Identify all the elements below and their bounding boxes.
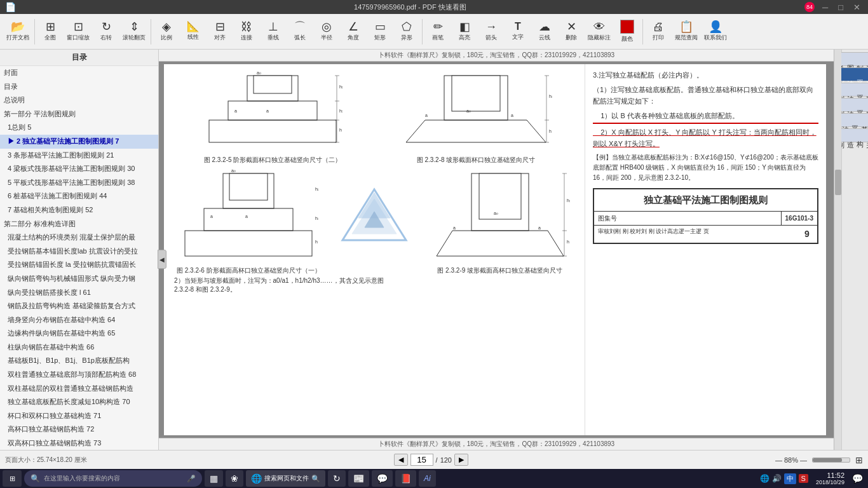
zoom-label: — 88% — [775, 456, 807, 464]
taskbar-app-6[interactable]: 📕 [395, 470, 416, 487]
sidebar-item-s6[interactable]: 钢筋及拉筋弯钩构造 基础梁箍筋复合方式 [0, 299, 158, 313]
sidebar-item-s5[interactable]: 纵向受拉钢筋搭接长度 l 61 [0, 286, 158, 300]
taskbar-search[interactable]: 🔍 在这里输入你要搜索的内容 🎤 [24, 470, 202, 487]
sidebar-item-part2[interactable]: 第二部分 标准构造详图 [0, 217, 158, 231]
rotate-icon: ↻ [102, 21, 111, 32]
sidebar-item-4[interactable]: 4 梁板式筏形基础平法施工图制图规则 30 [0, 162, 158, 176]
sidebar-item-s4[interactable]: 纵向钢筋弯钩与机械锚固形式 纵向受力钢 [0, 272, 158, 286]
tool-arc[interactable]: ⌒ 弧长 [287, 17, 313, 47]
clock-time: 11:52 [816, 471, 844, 479]
taskbar-app-5[interactable]: 💬 [372, 470, 393, 487]
badge: 84 [804, 2, 815, 12]
tool-radius[interactable]: ◎ 半径 [314, 17, 339, 47]
tool-hide-mark[interactable]: 👁 隐藏标注 [585, 17, 613, 47]
tool-align[interactable]: ⊟ 对齐 [207, 17, 233, 47]
tool-vertical[interactable]: ⊥ 垂线 [261, 17, 286, 47]
tool-rect[interactable]: ▭ 矩形 [367, 17, 393, 47]
sidebar-item-s3[interactable]: 受拉钢筋锚固长度 la 受拉钢筋抗震锚固长 [0, 258, 158, 272]
tool-delete[interactable]: ✕ 删除 [559, 17, 584, 47]
taskbar-app-4[interactable]: 📰 [348, 470, 369, 487]
tool-ratio[interactable]: ◈ 比例 [154, 17, 179, 47]
sidebar-item-s10[interactable]: 基础板B1j、B1p、B1j、B1p底板配筋构 [0, 354, 158, 368]
svg-rect-0 [209, 120, 336, 142]
sidebar-item-s2[interactable]: 受拉钢筋基本锚固长度lab 抗震设计的受拉 [0, 245, 158, 259]
tool-connect[interactable]: ⛓ 连接 [234, 17, 259, 47]
start-button[interactable]: ⊞ [3, 470, 22, 487]
browser-icon: 🌐 [251, 473, 262, 484]
tool-pen[interactable]: ✏ 画笔 [425, 17, 451, 47]
figure-2-3-2-6: a a h h₁ h₂ a₀ 图 2.3.2-6 阶形截面高杯口独立基础竖向尺寸… [174, 167, 323, 275]
hide-mark-icon: 👁 [593, 21, 605, 32]
maximize-button[interactable]: □ [836, 3, 846, 12]
window-title: 1475979965960.pdf - PDF 快速看图 [354, 3, 466, 12]
sidebar-item-part1[interactable]: 第一部分 平法制图规则 [0, 107, 158, 121]
arc-icon: ⌒ [294, 21, 306, 32]
tool-fit-all[interactable]: ⊞ 全图 [37, 17, 63, 47]
sidebar-item-s8[interactable]: 边缘构件纵向钢筋在基础中构造 65 [0, 327, 158, 341]
sidebar[interactable]: 目录 封面 目录 总说明 第一部分 平法制图规则 1总则 5 ▶ 2 独立基础平… [0, 50, 159, 450]
close-button[interactable]: ✕ [851, 3, 863, 12]
sidebar-item-desc[interactable]: 总说明 [0, 93, 158, 107]
tool-rotate[interactable]: ↻ 右转 [93, 17, 119, 47]
zoom-slider[interactable] [812, 458, 850, 463]
tool-irregular[interactable]: ⬠ 异形 [394, 17, 419, 47]
sidebar-item-6[interactable]: 6 桩基础平法施工图制图规则 44 [0, 189, 158, 203]
sidebar-item-s9[interactable]: 柱纵向钢筋在基础中构造 66 [0, 341, 158, 355]
taskbar-app-1[interactable]: ▦ [205, 470, 223, 487]
tool-print[interactable]: 🖨 打印 [646, 17, 671, 47]
sidebar-item-5[interactable]: 5 平板式筏形基础平法施工图制图规则 38 [0, 176, 158, 190]
tool-linear[interactable]: 📐 线性 [180, 17, 206, 47]
svg-text:h₂: h₂ [339, 85, 342, 89]
sidebar-item-s14[interactable]: 杯口和双杯口独立基础构造 71 [0, 409, 158, 423]
tool-scroll[interactable]: ⇕ 滚轮翻页 [120, 17, 148, 47]
nav-bar: 页面大小：25.74×18.20 厘米 ◀ / 120 ▶ — 88% — ⊞ [0, 450, 868, 469]
sidebar-item-s15[interactable]: 高杯口独立基础钢筋构造 72 [0, 423, 158, 437]
notification-icon[interactable]: 💬 [852, 473, 863, 484]
title-box-series: 图集号 16G101-3 [594, 212, 817, 226]
tool-color[interactable]: 颜色 [614, 17, 640, 47]
tool-highlight[interactable]: ◧ 高亮 [452, 17, 477, 47]
sidebar-item-2[interactable]: ▶ 2 独立基础平法施工图制图规则 7 [0, 135, 158, 149]
sidebar-item-s12[interactable]: 双柱基础层的双柱普通独立基础钢筋构造 [0, 382, 158, 396]
prev-page-button[interactable]: ◀ [394, 454, 408, 466]
ime-s-indicator[interactable]: S [799, 474, 808, 483]
svg-text:a₀: a₀ [231, 168, 236, 173]
sidebar-item-3[interactable]: 3 条形基础平法施工图制图规则 21 [0, 149, 158, 163]
taskbar-app-2[interactable]: ❀ [226, 470, 243, 487]
current-page-input[interactable] [410, 454, 433, 466]
taskbar-app-browser[interactable]: 🌐 搜索网页和文件 🔍 [246, 470, 325, 487]
sidebar-item-cover[interactable]: 封面 [0, 66, 158, 80]
tool-arrow[interactable]: → 箭头 [478, 17, 504, 47]
sidebar-toggle[interactable]: ◀ [158, 250, 166, 269]
pdf-vscroll[interactable] [834, 50, 841, 450]
sidebar-item-s16[interactable]: 双高杯口独立基础钢筋构造 73 [0, 437, 158, 450]
minimize-button[interactable]: ─ [820, 3, 831, 12]
sidebar-item-1[interactable]: 1总则 5 [0, 121, 158, 135]
tool-open[interactable]: 📂 打开文档 [4, 17, 32, 47]
taskbar-ai-button[interactable]: Ai [419, 470, 436, 487]
tool-fit-window[interactable]: ⊡ 窗口缩放 [64, 17, 92, 47]
zoom-expand-icon[interactable]: ⊞ [855, 455, 863, 465]
svg-text:a₀: a₀ [257, 71, 261, 75]
sidebar-item-s11[interactable]: 双柱普通独立基础底部与顶部配筋构造 68 [0, 368, 158, 382]
caption-2-3-2-6: 图 2.3.2-6 阶形截面高杯口独立基础竖向尺寸（一） [174, 266, 323, 275]
tool-text[interactable]: T 文字 [505, 17, 531, 47]
zoom-slider-fill [813, 458, 842, 462]
svg-text:a: a [266, 109, 269, 113]
logo-watermark-svg [336, 183, 412, 259]
series-num: 16G101-3 [782, 212, 817, 225]
next-page-button[interactable]: ▶ [454, 454, 468, 466]
sidebar-item-7[interactable]: 7 基础相关构造制图规则 52 [0, 203, 158, 217]
svg-text:a: a [453, 226, 456, 230]
taskbar-app-3[interactable]: ↻ [328, 470, 346, 487]
sidebar-item-s1[interactable]: 混凝土结构的环境类别 混凝土保护层的最 [0, 231, 158, 245]
ime-indicator[interactable]: 中 [784, 473, 796, 484]
sidebar-item-s13[interactable]: 独立基础底板配筋长度减短10构构造 70 [0, 395, 158, 409]
tool-angle[interactable]: ∠ 角度 [341, 17, 366, 47]
sidebar-item-s7[interactable]: 墙身竖向分布钢筋在基础中构造 64 [0, 313, 158, 327]
tool-std-check[interactable]: 📋 规范查阅 [672, 17, 700, 47]
scroll-thumb[interactable] [835, 170, 841, 195]
tool-contact[interactable]: 👤 联系我们 [702, 17, 729, 47]
tool-cloud[interactable]: ☁ 云线 [532, 17, 557, 47]
sidebar-item-toc[interactable]: 目录 [0, 80, 158, 94]
